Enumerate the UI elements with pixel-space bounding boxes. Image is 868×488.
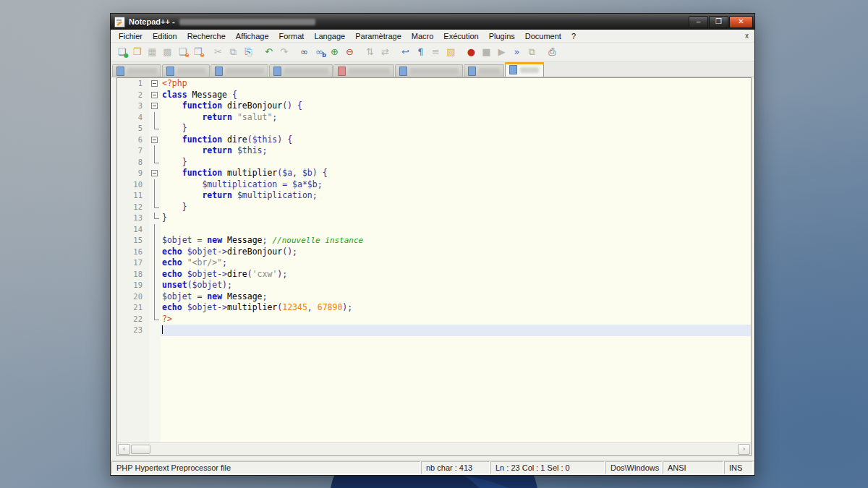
tab-8-active[interactable] <box>505 62 544 77</box>
scroll-left-button[interactable]: ‹ <box>118 444 130 455</box>
fold-collapse-icon[interactable] <box>151 170 158 176</box>
fold-collapse-icon[interactable] <box>151 92 158 98</box>
new-file-button[interactable]: ❏● <box>114 45 129 59</box>
undo-button[interactable]: ↶ <box>261 45 276 59</box>
indent-guide-button[interactable]: ≡ <box>428 45 443 59</box>
save-all-button[interactable]: ▩ <box>160 45 175 59</box>
menu-item-format[interactable]: Format <box>274 31 310 41</box>
fold-margin-line <box>149 190 161 202</box>
tab-6[interactable] <box>395 64 463 77</box>
menu-item-recherche[interactable]: Recherche <box>182 31 231 41</box>
menu-item-edition[interactable]: Edition <box>148 31 182 41</box>
fold-margin-start[interactable] <box>149 100 161 112</box>
code-editor[interactable]: 1<?php2class Message {3 function direBon… <box>117 78 751 442</box>
show-all-characters-button[interactable]: ¶ <box>413 45 428 59</box>
code-text[interactable]: } <box>161 123 751 134</box>
token-plain <box>182 269 187 279</box>
code-text[interactable]: unset($objet); <box>161 280 751 291</box>
fold-collapse-icon[interactable] <box>151 137 158 143</box>
title-bar[interactable]: Notepad++ - – ❐ ✕ <box>111 14 754 30</box>
menu-item-paramtrage[interactable]: Paramètrage <box>350 31 407 41</box>
open-file-button[interactable]: ❐ <box>129 45 145 59</box>
tab-document-icon <box>215 67 223 76</box>
window-title: Notepad++ - <box>129 17 315 26</box>
code-text[interactable]: <?php <box>161 78 751 90</box>
fold-margin-start[interactable] <box>149 78 161 90</box>
paste-button[interactable]: ⎘ <box>241 45 256 59</box>
sync-horizontal-scroll-button[interactable]: ⇄ <box>378 45 393 59</box>
code-text[interactable]: return $this; <box>161 145 751 157</box>
tab-7[interactable] <box>464 64 504 77</box>
code-text[interactable]: function dire($this) { <box>161 134 751 146</box>
token-kw: new <box>207 291 222 301</box>
code-text[interactable]: echo $objet->multiplier(12345, 67890); <box>161 302 751 314</box>
code-text[interactable]: class Message { <box>161 90 751 101</box>
menu-item-fichier[interactable]: Fichier <box>114 31 148 41</box>
sync-vertical-scroll-button[interactable]: ⇅ <box>362 45 378 59</box>
code-text[interactable]: } <box>161 202 751 213</box>
document-map-button[interactable]: ▧ <box>443 45 459 59</box>
code-text[interactable]: function multiplier($a, $b) { <box>161 168 751 179</box>
token-var: $objet <box>162 235 192 245</box>
menu-item-macro[interactable]: Macro <box>407 31 439 41</box>
menu-item-excution[interactable]: Exécution <box>438 31 483 41</box>
copy-button[interactable]: ⧉ <box>226 45 241 59</box>
replace-button[interactable]: ∞b <box>312 45 327 59</box>
cut-button[interactable]: ✂ <box>210 45 226 59</box>
scrollbar-thumb[interactable] <box>131 445 150 454</box>
save-file-button[interactable]: ▦ <box>145 45 160 59</box>
code-text[interactable]: $multiplication = $a*$b; <box>161 179 751 191</box>
play-macro-button[interactable]: ▶ <box>494 45 509 59</box>
zoom-in-button[interactable]: ⊕ <box>327 45 342 59</box>
code-text[interactable] <box>161 325 751 336</box>
fold-margin-line <box>149 280 161 291</box>
fold-margin-start[interactable] <box>149 134 161 146</box>
menu-item-plugins[interactable]: Plugins <box>484 31 520 41</box>
word-wrap-button[interactable]: ↩ <box>398 45 413 59</box>
code-text[interactable]: } <box>161 213 751 224</box>
close-button[interactable]: ✕ <box>729 16 753 28</box>
tab-1[interactable] <box>112 64 161 77</box>
minimize-button[interactable]: – <box>689 16 708 28</box>
tab-5[interactable] <box>333 64 394 77</box>
stop-macro-button[interactable]: ■ <box>479 45 494 59</box>
fold-margin-start[interactable] <box>149 90 161 101</box>
code-text[interactable]: } <box>161 157 751 168</box>
token-plain: dire <box>227 269 247 279</box>
token-kw: class <box>162 90 187 100</box>
menu-item-?[interactable]: ? <box>566 31 581 41</box>
fold-collapse-icon[interactable] <box>151 103 158 109</box>
menu-item-langage[interactable]: Langage <box>309 31 350 41</box>
menu-item-document[interactable]: Document <box>520 31 566 41</box>
code-text[interactable] <box>161 224 751 236</box>
record-macro-button[interactable]: ● <box>464 45 479 59</box>
macro-extra-button[interactable]: ⧉ <box>524 45 540 59</box>
close-all-button[interactable]: ❐⊖ <box>190 45 205 59</box>
code-text[interactable]: echo "<br/>"; <box>161 257 751 269</box>
tab-2[interactable] <box>162 64 210 77</box>
close-file-button[interactable]: ❏⊖ <box>175 45 190 59</box>
zoom-out-button[interactable]: ⊖ <box>342 45 357 59</box>
code-text[interactable]: return $multiplication; <box>161 190 751 202</box>
tab-4[interactable] <box>269 64 333 77</box>
redo-button[interactable]: ↷ <box>276 45 292 59</box>
print-button[interactable]: ⎙ <box>545 45 560 59</box>
run-macro-multiple-button[interactable]: » <box>509 45 524 59</box>
code-text[interactable]: ?> <box>161 314 751 325</box>
restore-button[interactable]: ❐ <box>709 16 728 28</box>
code-text[interactable]: return "salut"; <box>161 112 751 124</box>
fold-collapse-icon[interactable] <box>151 80 158 87</box>
code-text[interactable]: function direBonjour() { <box>161 100 751 112</box>
menu-item-affichage[interactable]: Affichage <box>231 31 274 41</box>
code-text[interactable]: echo $objet->dire('cxw'); <box>161 269 751 281</box>
fold-margin-start[interactable] <box>149 168 161 179</box>
horizontal-scrollbar[interactable]: ‹ › <box>117 442 751 455</box>
tab-3[interactable] <box>210 64 268 77</box>
code-text[interactable]: $objet = new Message; //nouvelle instanc… <box>161 235 751 247</box>
find-button[interactable]: ∞ <box>297 45 312 59</box>
code-text[interactable]: echo $objet->direBonjour(); <box>161 247 751 258</box>
code-text[interactable]: $objet = new Message; <box>161 291 751 303</box>
scroll-right-button[interactable]: › <box>738 444 750 455</box>
menu-close-button[interactable]: x <box>745 32 749 40</box>
fold-margin-line <box>149 269 161 281</box>
